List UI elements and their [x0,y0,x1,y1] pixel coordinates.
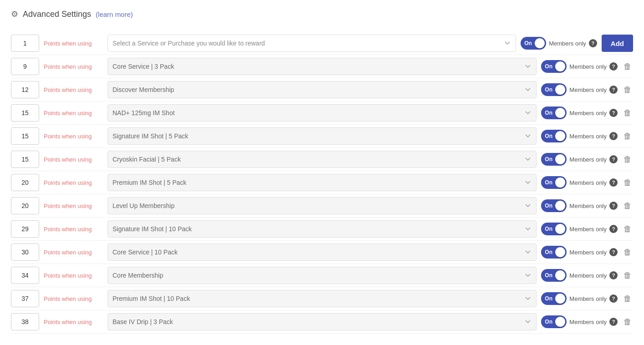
row-help-icon[interactable]: ? [609,271,618,279]
row-service-select[interactable]: Core Service | 3 Pack [107,58,537,75]
row-toggle[interactable]: On [541,246,567,259]
row-toggle[interactable]: On [541,269,567,282]
row-service-select[interactable]: Core Service | 10 Pack [107,244,537,261]
row-points-input[interactable] [11,290,39,307]
new-row-help-icon[interactable]: ? [589,39,597,47]
row-help-icon[interactable]: ? [609,318,618,326]
row-service-select[interactable]: Level Up Membership [107,197,537,214]
reward-row: Points when using Premium IM Shot | 10 P… [11,287,633,310]
new-row-points-input[interactable] [11,35,39,52]
row-delete-icon[interactable]: 🗑 [622,132,633,141]
row-points-label: Points when using [44,156,103,163]
row-service-select[interactable]: Core Membership [107,267,537,284]
new-row-service-select[interactable]: Select a Service or Purchase you would l… [107,35,516,52]
row-members-only-label: Members only [569,156,607,163]
row-help-icon[interactable]: ? [609,132,618,140]
reward-row: Points when using Level Up Membership On… [11,194,633,218]
row-help-icon[interactable]: ? [609,178,618,187]
row-toggle[interactable]: On [541,60,567,73]
row-delete-icon[interactable]: 🗑 [622,317,633,327]
row-delete-icon[interactable]: 🗑 [622,155,633,164]
row-toggle-group: On Members only ? [541,223,618,235]
row-points-input[interactable] [11,81,39,98]
row-service-select[interactable]: Signature IM Shot | 10 Pack [107,220,537,238]
row-service-select[interactable]: NAD+ 125mg IM Shot [107,104,537,122]
new-row-toggle-circle [535,38,545,48]
row-points-label: Points when using [44,272,103,279]
row-points-input[interactable] [11,127,39,145]
row-members-only-label: Members only [569,86,607,93]
row-toggle-group: On Members only ? [541,246,618,259]
row-points-input[interactable] [11,104,39,122]
row-members-only-label: Members only [569,226,607,233]
row-members-only-label: Members only [569,133,607,140]
row-toggle-group: On Members only ? [541,153,618,166]
new-row-points-label: Points when using [44,40,103,47]
row-delete-icon[interactable]: 🗑 [622,62,633,71]
row-points-input[interactable] [11,313,39,330]
row-delete-icon[interactable]: 🗑 [622,201,633,211]
row-toggle[interactable]: On [541,315,567,328]
row-delete-icon[interactable]: 🗑 [622,271,633,280]
row-help-icon[interactable]: ? [609,248,618,256]
add-button[interactable]: Add [602,35,633,52]
row-delete-icon[interactable]: 🗑 [622,224,633,234]
row-toggle-label: On [545,156,552,162]
row-delete-icon[interactable]: 🗑 [622,85,633,95]
row-help-icon[interactable]: ? [609,294,618,303]
row-points-input[interactable] [11,267,39,284]
row-service-select[interactable]: Signature IM Shot | 5 Pack [107,127,537,145]
row-delete-icon[interactable]: 🗑 [622,108,633,118]
row-help-icon[interactable]: ? [609,155,618,163]
row-toggle[interactable]: On [541,130,567,142]
row-toggle[interactable]: On [541,176,567,189]
row-service-select[interactable]: Premium IM Shot | 10 Pack [107,290,537,307]
row-toggle[interactable]: On [541,107,567,119]
row-toggle-label: On [545,86,552,93]
row-toggle-group: On Members only ? [541,130,618,142]
row-points-input[interactable] [11,151,39,168]
row-points-input[interactable] [11,244,39,261]
row-help-icon[interactable]: ? [609,225,618,233]
row-members-only-label: Members only [569,249,607,256]
reward-row: Points when using NAD+ 125mg IM Shot On … [11,101,633,125]
reward-row: Points when using Cryoskin Facial | 5 Pa… [11,148,633,171]
learn-more-link[interactable]: (learn more) [96,10,133,18]
row-delete-icon[interactable]: 🗑 [622,178,633,188]
row-service-select[interactable]: Discover Membership [107,81,537,98]
row-service-select[interactable]: Cryoskin Facial | 5 Pack [107,151,537,168]
row-points-label: Points when using [44,179,103,186]
row-delete-icon[interactable]: 🗑 [622,294,633,304]
row-service-select[interactable]: Premium IM Shot | 5 Pack [107,174,537,191]
reward-row: Points when using Premium IM Shot | 5 Pa… [11,171,633,194]
row-points-input[interactable] [11,197,39,214]
row-points-label: Points when using [44,133,103,140]
new-row-toggle-group: On Members only ? [521,37,597,50]
row-help-icon[interactable]: ? [609,62,618,71]
new-row-members-only-label: Members only [549,40,586,47]
row-points-label: Points when using [44,110,103,117]
row-toggle[interactable]: On [541,153,567,166]
row-delete-icon[interactable]: 🗑 [622,248,633,257]
row-members-only-label: Members only [569,272,607,279]
row-points-input[interactable] [11,174,39,191]
row-help-icon[interactable]: ? [609,202,618,210]
row-toggle[interactable]: On [541,292,567,305]
row-toggle-circle [555,61,565,71]
row-points-input[interactable] [11,58,39,75]
row-points-input[interactable] [11,220,39,238]
row-help-icon[interactable]: ? [609,109,618,117]
row-toggle[interactable]: On [541,83,567,96]
row-toggle[interactable]: On [541,199,567,212]
row-service-select[interactable]: Base IV Drip | 3 Pack [107,313,537,330]
reward-row: Points when using Core Membership On Mem… [11,264,633,287]
row-help-icon[interactable]: ? [609,86,618,94]
row-toggle-label: On [545,272,552,279]
row-toggle[interactable]: On [541,223,567,235]
row-toggle-label: On [545,203,552,209]
row-toggle-group: On Members only ? [541,176,618,189]
row-toggle-label: On [545,110,552,116]
new-row-toggle[interactable]: On [521,37,546,50]
row-toggle-label: On [545,63,552,70]
row-toggle-group: On Members only ? [541,269,618,282]
